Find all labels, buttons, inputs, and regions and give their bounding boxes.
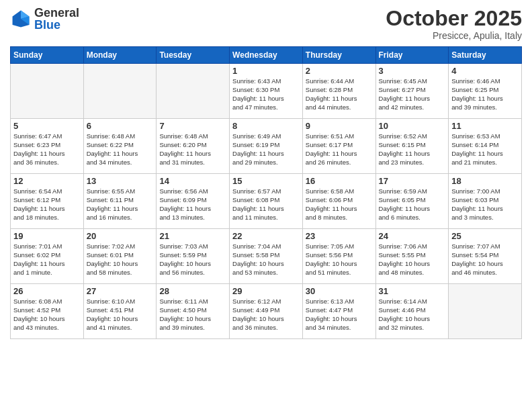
table-row: 18Sunrise: 7:00 AM Sunset: 6:03 PM Dayli… (449, 174, 522, 229)
table-row (83, 64, 157, 119)
day-info: Sunrise: 6:12 AM Sunset: 4:49 PM Dayligh… (232, 298, 300, 332)
logo-text: General Blue (34, 7, 79, 31)
day-info: Sunrise: 6:53 AM Sunset: 6:14 PM Dayligh… (451, 132, 519, 167)
day-number: 19 (13, 231, 81, 241)
table-row (11, 64, 84, 119)
day-number: 25 (451, 231, 519, 241)
calendar-week-row: 12Sunrise: 6:54 AM Sunset: 6:12 PM Dayli… (11, 174, 522, 229)
table-row: 16Sunrise: 6:58 AM Sunset: 6:06 PM Dayli… (302, 174, 375, 229)
day-number: 15 (232, 176, 300, 186)
col-wednesday: Wednesday (230, 47, 303, 64)
table-row: 21Sunrise: 7:03 AM Sunset: 5:59 PM Dayli… (157, 229, 230, 284)
day-info: Sunrise: 7:01 AM Sunset: 6:02 PM Dayligh… (13, 242, 81, 277)
day-number: 28 (159, 286, 226, 296)
day-info: Sunrise: 6:11 AM Sunset: 4:50 PM Dayligh… (159, 298, 226, 332)
day-info: Sunrise: 6:45 AM Sunset: 6:27 PM Dayligh… (379, 77, 446, 111)
col-thursday: Thursday (302, 47, 375, 64)
day-info: Sunrise: 7:03 AM Sunset: 5:59 PM Dayligh… (159, 242, 226, 277)
day-info: Sunrise: 6:49 AM Sunset: 6:19 PM Dayligh… (232, 132, 300, 167)
day-number: 5 (13, 121, 81, 131)
day-number: 17 (379, 176, 446, 186)
day-info: Sunrise: 6:48 AM Sunset: 6:20 PM Dayligh… (159, 132, 226, 167)
table-row: 10Sunrise: 6:52 AM Sunset: 6:15 PM Dayli… (375, 119, 449, 174)
day-info: Sunrise: 6:59 AM Sunset: 6:05 PM Dayligh… (379, 187, 446, 222)
day-number: 31 (379, 286, 446, 296)
day-info: Sunrise: 6:54 AM Sunset: 6:12 PM Dayligh… (13, 187, 81, 222)
table-row: 13Sunrise: 6:55 AM Sunset: 6:11 PM Dayli… (83, 174, 157, 229)
day-number: 12 (13, 176, 81, 186)
logo-icon (10, 8, 32, 30)
day-number: 9 (306, 121, 373, 131)
day-number: 30 (306, 286, 373, 296)
day-number: 22 (232, 231, 300, 241)
day-info: Sunrise: 7:07 AM Sunset: 5:54 PM Dayligh… (451, 242, 519, 277)
table-row (157, 64, 230, 119)
day-number: 26 (13, 286, 81, 296)
day-number: 1 (232, 66, 300, 76)
table-row: 23Sunrise: 7:05 AM Sunset: 5:56 PM Dayli… (302, 229, 375, 284)
day-number: 21 (159, 231, 226, 241)
logo-general-text: General (34, 7, 79, 19)
table-row: 3Sunrise: 6:45 AM Sunset: 6:27 PM Daylig… (375, 64, 449, 119)
day-number: 4 (451, 66, 519, 76)
day-info: Sunrise: 7:05 AM Sunset: 5:56 PM Dayligh… (306, 242, 373, 277)
day-info: Sunrise: 6:44 AM Sunset: 6:28 PM Dayligh… (306, 77, 373, 111)
day-info: Sunrise: 7:02 AM Sunset: 6:01 PM Dayligh… (87, 242, 154, 277)
table-row: 7Sunrise: 6:48 AM Sunset: 6:20 PM Daylig… (157, 119, 230, 174)
day-info: Sunrise: 6:43 AM Sunset: 6:30 PM Dayligh… (232, 77, 300, 111)
table-row: 2Sunrise: 6:44 AM Sunset: 6:28 PM Daylig… (302, 64, 375, 119)
calendar-header-row: Sunday Monday Tuesday Wednesday Thursday… (11, 47, 522, 64)
table-row: 20Sunrise: 7:02 AM Sunset: 6:01 PM Dayli… (83, 229, 157, 284)
day-number: 8 (232, 121, 300, 131)
day-number: 23 (306, 231, 373, 241)
table-row: 26Sunrise: 6:08 AM Sunset: 4:52 PM Dayli… (11, 284, 84, 339)
page: General Blue October 2025 Presicce, Apul… (0, 0, 532, 411)
calendar-subtitle: Presicce, Apulia, Italy (386, 30, 522, 41)
day-info: Sunrise: 6:56 AM Sunset: 6:09 PM Dayligh… (159, 187, 226, 222)
table-row: 30Sunrise: 6:13 AM Sunset: 4:47 PM Dayli… (302, 284, 375, 339)
table-row: 27Sunrise: 6:10 AM Sunset: 4:51 PM Dayli… (83, 284, 157, 339)
table-row: 1Sunrise: 6:43 AM Sunset: 6:30 PM Daylig… (230, 64, 303, 119)
table-row: 8Sunrise: 6:49 AM Sunset: 6:19 PM Daylig… (230, 119, 303, 174)
day-number: 27 (87, 286, 154, 296)
day-number: 20 (87, 231, 154, 241)
table-row: 14Sunrise: 6:56 AM Sunset: 6:09 PM Dayli… (157, 174, 230, 229)
col-saturday: Saturday (449, 47, 522, 64)
day-info: Sunrise: 6:47 AM Sunset: 6:23 PM Dayligh… (13, 132, 81, 167)
table-row: 31Sunrise: 6:14 AM Sunset: 4:46 PM Dayli… (375, 284, 449, 339)
col-monday: Monday (83, 47, 157, 64)
day-info: Sunrise: 6:57 AM Sunset: 6:08 PM Dayligh… (232, 187, 300, 222)
logo: General Blue (10, 7, 79, 31)
table-row: 28Sunrise: 6:11 AM Sunset: 4:50 PM Dayli… (157, 284, 230, 339)
day-number: 24 (379, 231, 446, 241)
day-number: 6 (87, 121, 154, 131)
calendar-week-row: 26Sunrise: 6:08 AM Sunset: 4:52 PM Dayli… (11, 284, 522, 339)
day-info: Sunrise: 6:48 AM Sunset: 6:22 PM Dayligh… (87, 132, 154, 167)
day-info: Sunrise: 6:14 AM Sunset: 4:46 PM Dayligh… (379, 298, 446, 332)
day-info: Sunrise: 6:10 AM Sunset: 4:51 PM Dayligh… (87, 298, 154, 332)
day-number: 10 (379, 121, 446, 131)
table-row: 9Sunrise: 6:51 AM Sunset: 6:17 PM Daylig… (302, 119, 375, 174)
day-info: Sunrise: 6:13 AM Sunset: 4:47 PM Dayligh… (306, 298, 373, 332)
table-row: 12Sunrise: 6:54 AM Sunset: 6:12 PM Dayli… (11, 174, 84, 229)
table-row: 17Sunrise: 6:59 AM Sunset: 6:05 PM Dayli… (375, 174, 449, 229)
table-row: 22Sunrise: 7:04 AM Sunset: 5:58 PM Dayli… (230, 229, 303, 284)
col-sunday: Sunday (11, 47, 84, 64)
day-number: 29 (232, 286, 300, 296)
day-info: Sunrise: 7:04 AM Sunset: 5:58 PM Dayligh… (232, 242, 300, 277)
day-number: 18 (451, 176, 519, 186)
table-row: 24Sunrise: 7:06 AM Sunset: 5:55 PM Dayli… (375, 229, 449, 284)
day-info: Sunrise: 6:58 AM Sunset: 6:06 PM Dayligh… (306, 187, 373, 222)
calendar-week-row: 5Sunrise: 6:47 AM Sunset: 6:23 PM Daylig… (11, 119, 522, 174)
title-block: October 2025 Presicce, Apulia, Italy (386, 7, 522, 41)
table-row: 5Sunrise: 6:47 AM Sunset: 6:23 PM Daylig… (11, 119, 84, 174)
day-number: 2 (306, 66, 373, 76)
day-info: Sunrise: 6:08 AM Sunset: 4:52 PM Dayligh… (13, 298, 81, 332)
day-number: 3 (379, 66, 446, 76)
calendar-title: October 2025 (386, 7, 522, 30)
day-number: 14 (159, 176, 226, 186)
day-number: 11 (451, 121, 519, 131)
day-number: 16 (306, 176, 373, 186)
day-info: Sunrise: 7:00 AM Sunset: 6:03 PM Dayligh… (451, 187, 519, 222)
table-row: 25Sunrise: 7:07 AM Sunset: 5:54 PM Dayli… (449, 229, 522, 284)
